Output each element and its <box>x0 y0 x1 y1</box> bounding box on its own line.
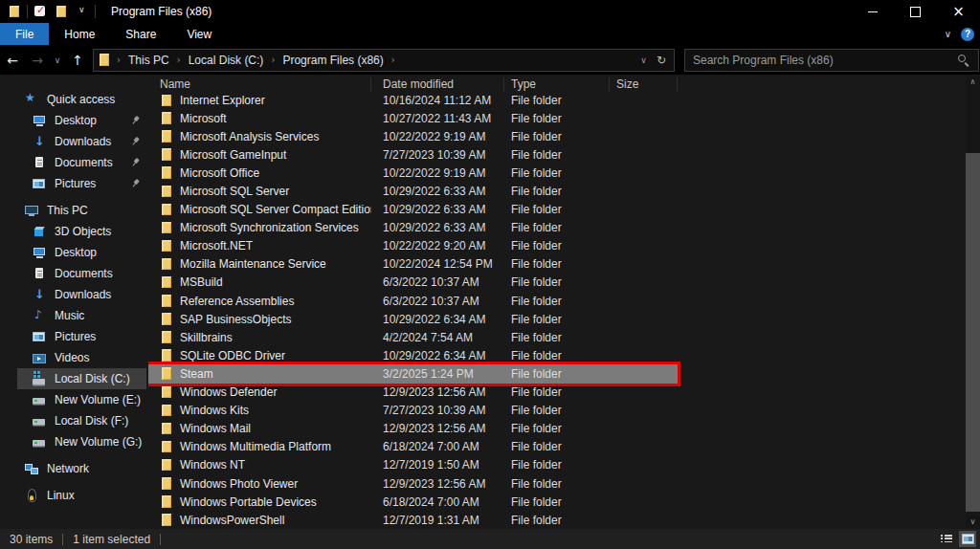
tab-file[interactable]: File <box>0 23 49 45</box>
sidebar-item-label: 3D Objects <box>55 225 111 238</box>
sidebar-item-new-volume-g[interactable]: New Volume (G:) <box>0 431 148 452</box>
sidebar-item-downloads[interactable]: Downloads <box>0 131 148 152</box>
column-header-name[interactable]: Name <box>148 77 371 92</box>
up-button[interactable]: ↑ <box>65 53 90 68</box>
file-row-windows-kits[interactable]: Windows Kits7/27/2023 10:39 AMFile folde… <box>148 402 678 420</box>
file-name: Microsoft Office <box>180 166 259 180</box>
sidebar-item-documents[interactable]: Documents <box>0 152 148 173</box>
sidebar-item-pictures[interactable]: Pictures <box>0 326 148 347</box>
sidebar-item-3d-objects[interactable]: 3D Objects <box>0 221 148 242</box>
sidebar-item-new-volume-e[interactable]: New Volume (E:) <box>0 389 148 410</box>
file-row-microsoft-gameinput[interactable]: Microsoft GameInput7/27/2023 10:39 AMFil… <box>148 145 678 164</box>
file-row-microsoft-sql-server[interactable]: Microsoft SQL Server10/29/2022 6:33 AMFi… <box>148 182 678 200</box>
scroll-up-icon[interactable]: ∧ <box>966 75 980 89</box>
name-cell: Internet Explorer <box>148 95 371 107</box>
file-row-windowspowershell[interactable]: WindowsPowerShell12/7/2019 1:31 AMFile f… <box>148 511 678 529</box>
tab-view[interactable]: View <box>171 23 227 45</box>
help-icon[interactable]: ? <box>961 28 974 41</box>
tab-share[interactable]: Share <box>110 23 171 45</box>
type-cell: File folder <box>504 148 610 162</box>
search-input[interactable]: Search Program Files (x86) <box>684 49 979 72</box>
file-row-sqlite-odbc-driver[interactable]: SQLite ODBC Driver10/29/2022 6:34 AMFile… <box>148 346 678 364</box>
file-row-skillbrains[interactable]: Skillbrains4/2/2024 7:54 AMFile folder <box>148 328 678 346</box>
column-header-date-modified[interactable]: Date modified <box>371 77 504 92</box>
details-view-button[interactable] <box>938 531 955 547</box>
documents-icon <box>33 156 46 169</box>
file-row-sap-businessobjects[interactable]: SAP BusinessObjects10/29/2022 6:34 AMFil… <box>148 310 678 328</box>
qat-chevron-icon[interactable] <box>76 5 89 18</box>
file-row-windows-portable-devices[interactable]: Windows Portable Devices6/18/2024 7:00 A… <box>148 493 678 511</box>
sidebar-item-documents[interactable]: Documents <box>0 263 148 284</box>
date-modified-cell: 7/27/2023 10:39 AM <box>371 148 504 162</box>
address-dropdown-chevron-icon[interactable]: ∨ <box>635 55 653 65</box>
file-row-windows-nt[interactable]: Windows NT12/7/2019 1:50 AMFile folder <box>148 456 678 474</box>
sidebar-item-linux[interactable]: Linux <box>0 485 148 506</box>
file-row-microsoft-sql-server-compact-edition[interactable]: Microsoft SQL Server Compact Edition10/2… <box>148 201 678 219</box>
sidebar-item-quick-access[interactable]: Quick access <box>0 89 148 110</box>
file-row-windows-mail[interactable]: Windows Mail12/9/2023 12:56 AMFile folde… <box>148 420 678 438</box>
titlebar-divider <box>27 5 28 18</box>
file-row-microsoft-analysis-services[interactable]: Microsoft Analysis Services10/22/2022 9:… <box>148 127 678 145</box>
file-row-microsoft-synchronization-services[interactable]: Microsoft Synchronization Services10/29/… <box>148 219 678 237</box>
address-bar[interactable]: › This PC›Local Disk (C:)›Program Files … <box>93 49 675 72</box>
scroll-down-icon[interactable]: ∨ <box>966 515 980 529</box>
folder-icon <box>160 367 173 381</box>
sidebar-item-network[interactable]: Network <box>0 458 148 479</box>
sidebar-item-videos[interactable]: Videos <box>0 347 148 368</box>
refresh-icon[interactable]: ↻ <box>653 54 670 67</box>
folder-icon <box>160 514 173 527</box>
column-header-type[interactable]: Type <box>504 77 610 92</box>
file-row-internet-explorer[interactable]: Internet Explorer10/16/2024 11:12 AMFile… <box>148 95 678 109</box>
type-cell: File folder <box>504 313 610 326</box>
large-icons-view-button[interactable] <box>959 531 976 547</box>
file-row-reference-assemblies[interactable]: Reference Assemblies6/3/2022 10:37 AMFil… <box>148 292 678 310</box>
sidebar-item-pictures[interactable]: Pictures <box>0 173 148 194</box>
sidebar-item-downloads[interactable]: Downloads <box>0 284 148 305</box>
sidebar-item-local-disk-f[interactable]: Local Disk (F:) <box>0 410 148 431</box>
file-row-microsoft-net[interactable]: Microsoft.NET10/22/2022 9:20 AMFile fold… <box>148 237 678 255</box>
sidebar-item-desktop[interactable]: Desktop <box>0 110 148 131</box>
scrollbar-thumb[interactable] <box>966 153 980 512</box>
type-cell: File folder <box>504 495 610 509</box>
maximize-button[interactable] <box>894 0 937 23</box>
type-cell: File folder <box>504 221 610 234</box>
file-row-microsoft[interactable]: Microsoft10/27/2022 11:43 AMFile folder <box>148 109 678 127</box>
minimize-button[interactable] <box>851 0 894 23</box>
breadcrumb-item-this-pc[interactable]: This PC <box>126 54 171 67</box>
file-name: Reference Assemblies <box>180 295 294 308</box>
folder-icon <box>160 185 173 198</box>
file-row-msbuild[interactable]: MSBuild6/3/2022 10:37 AMFile folder <box>148 274 678 292</box>
file-row-steam[interactable]: Steam3/2/2025 1:24 PMFile folder <box>148 364 678 383</box>
name-cell: Windows Multimedia Platform <box>148 440 371 453</box>
sidebar-item-label: Pictures <box>55 330 96 343</box>
type-cell: File folder <box>504 295 610 308</box>
date-modified-cell: 12/9/2023 12:56 AM <box>371 477 504 491</box>
tab-home[interactable]: Home <box>49 23 110 45</box>
file-row-windows-defender[interactable]: Windows Defender12/9/2023 12:56 AMFile f… <box>148 384 678 402</box>
new-folder-icon[interactable] <box>55 5 68 18</box>
sidebar-item-desktop[interactable]: Desktop <box>0 242 148 263</box>
properties-check-icon[interactable] <box>33 5 47 18</box>
file-row-windows-multimedia-platform[interactable]: Windows Multimedia Platform6/18/2024 7:0… <box>148 438 678 456</box>
recent-locations-chevron-icon[interactable]: ∨ <box>50 55 65 65</box>
vertical-scrollbar[interactable]: ∧ ∨ <box>966 75 980 529</box>
file-row-windows-photo-viewer[interactable]: Windows Photo Viewer12/9/2023 12:56 AMFi… <box>148 474 678 493</box>
breadcrumb-item-program-files-x86[interactable]: Program Files (x86) <box>280 54 385 67</box>
sidebar-item-music[interactable]: Music <box>0 305 148 326</box>
name-cell: Microsoft.NET <box>148 239 371 253</box>
sidebar-item-local-disk-c[interactable]: Local Disk (C:) <box>0 368 148 389</box>
back-button[interactable]: ← <box>0 53 25 68</box>
file-row-microsoft-office[interactable]: Microsoft Office10/22/2022 9:19 AMFile f… <box>148 164 678 182</box>
name-cell: Microsoft SQL Server <box>148 185 371 198</box>
search-icon[interactable] <box>956 53 970 67</box>
close-button[interactable]: × <box>937 0 980 23</box>
breadcrumb-item-local-disk-c[interactable]: Local Disk (C:) <box>187 54 266 67</box>
type-cell: File folder <box>504 331 610 344</box>
column-header-size[interactable]: Size <box>610 77 678 92</box>
sidebar-section-network: Network <box>0 458 148 479</box>
file-row-mozilla-maintenance-service[interactable]: Mozilla Maintenance Service10/22/2024 12… <box>148 255 678 274</box>
forward-button[interactable]: → <box>25 53 50 68</box>
minimize-icon <box>868 11 878 12</box>
sidebar-item-this-pc[interactable]: This PC <box>0 200 148 221</box>
ribbon-collapse-chevron-icon[interactable]: ∨ <box>945 29 951 39</box>
